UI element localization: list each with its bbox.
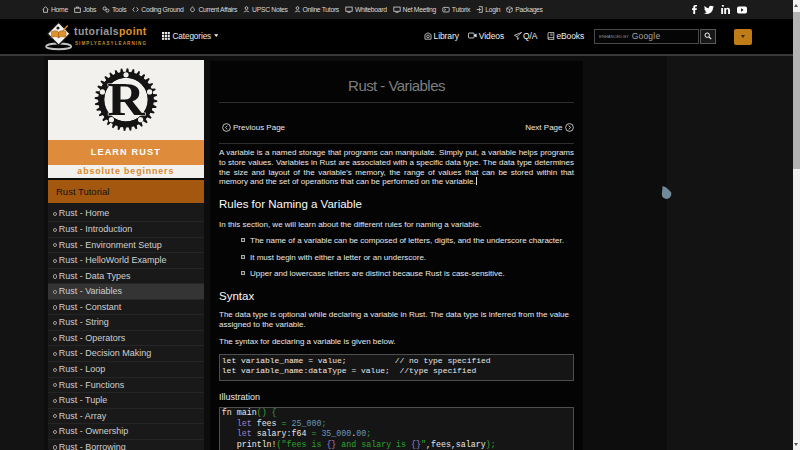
svg-text:R: R (107, 74, 145, 126)
